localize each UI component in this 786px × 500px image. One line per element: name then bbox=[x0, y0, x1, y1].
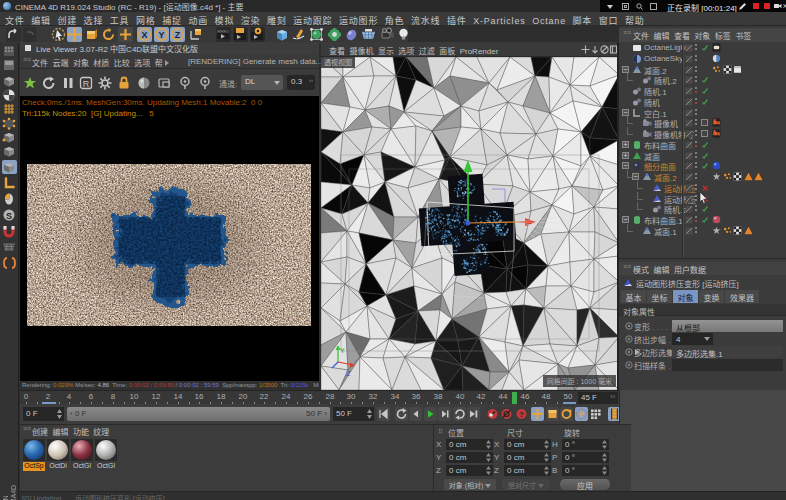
svg-text:?: ? bbox=[519, 410, 524, 419]
svg-text:Y: Y bbox=[340, 347, 345, 354]
svg-text:S: S bbox=[6, 211, 12, 221]
svg-text:Y: Y bbox=[158, 30, 164, 40]
svg-text:P: P bbox=[578, 410, 584, 419]
svg-text:X: X bbox=[141, 30, 147, 40]
svg-text:R: R bbox=[83, 79, 90, 89]
svg-text:Z: Z bbox=[346, 370, 351, 377]
svg-text:Z: Z bbox=[175, 30, 181, 40]
